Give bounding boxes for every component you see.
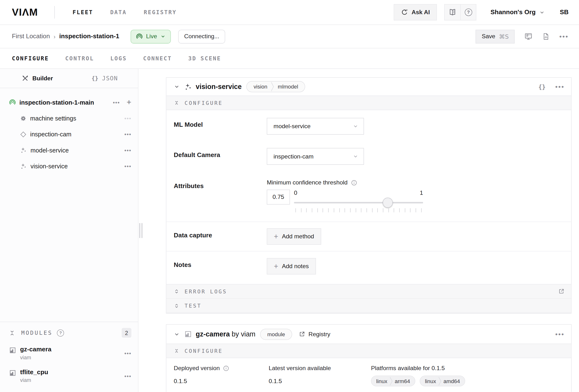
json-label: JSON [102, 75, 118, 82]
tree-item-label: machine settings [30, 115, 76, 122]
ml-model-row: ML Model model-service [166, 110, 571, 143]
card-options-menu[interactable]: ••• [555, 331, 565, 337]
live-status-dropdown[interactable]: Live [131, 30, 171, 43]
data-capture-label: Data capture [174, 228, 267, 245]
error-logs-section-bar[interactable]: ERROR LOGS [166, 284, 571, 298]
ml-model-value: model-service [274, 123, 311, 130]
ask-ai-label: Ask AI [412, 9, 430, 16]
test-section-bar[interactable]: TEST [166, 299, 571, 313]
tree-item-inspection-cam[interactable]: inspection-cam ••• [0, 128, 138, 141]
card-options-menu[interactable]: ••• [555, 83, 565, 90]
builder-mode-button[interactable]: Builder [22, 75, 53, 82]
sidebar-resize-handle[interactable] [139, 223, 143, 238]
machine-page-icon[interactable] [524, 32, 533, 41]
module-options-menu[interactable]: ••• [124, 350, 131, 357]
item-options-menu[interactable]: ••• [124, 163, 131, 169]
collapse-chevron-icon[interactable] [174, 331, 180, 337]
module-options-menu[interactable]: ••• [124, 373, 131, 379]
tree-item-model-service[interactable]: model-service ••• [0, 143, 138, 157]
viam-logo[interactable]: VIΛM [12, 6, 38, 18]
error-logs-label: ERROR LOGS [185, 288, 227, 294]
tab-3d-scene[interactable]: 3D SCENE [188, 55, 221, 62]
confidence-value-input[interactable] [267, 190, 290, 205]
info-icon[interactable] [223, 365, 229, 371]
tab-connect[interactable]: CONNECT [143, 55, 172, 62]
add-notes-button[interactable]: + Add notes [267, 258, 316, 274]
external-link-icon[interactable] [558, 288, 564, 294]
help-icon[interactable]: ? [460, 4, 476, 20]
registry-link[interactable]: Registry [299, 331, 330, 337]
module-icon [184, 330, 192, 338]
help-question-glyph: ? [465, 9, 472, 16]
service-sparkle-icon [20, 147, 27, 154]
slider-max-label: 1 [420, 190, 423, 196]
modules-section: MODULES ? 2 gz-camera viam [0, 322, 138, 392]
header-actions: Save ⌘S ••• [476, 30, 569, 43]
confidence-slider: 0 1 [294, 190, 423, 212]
tag-module: module [266, 331, 287, 337]
nav-data[interactable]: DATA [110, 9, 127, 16]
logo-divider [54, 6, 55, 19]
json-mode-button[interactable]: {} JSON [92, 75, 118, 82]
root-options-menu[interactable]: ••• [113, 99, 120, 105]
chevron-down-icon [539, 9, 545, 15]
add-component-button[interactable]: + [127, 98, 131, 106]
user-avatar[interactable]: SB [560, 9, 569, 16]
more-actions-menu[interactable]: ••• [559, 33, 569, 40]
tree-item-machine-settings[interactable]: machine settings ••• [0, 112, 138, 125]
org-name: Shannon's Org [491, 9, 535, 16]
confidence-threshold-block: Minimum confidence threshold 0 1 [267, 179, 423, 212]
notes-label: Notes [174, 258, 267, 274]
ask-ai-button[interactable]: Ask AI [394, 4, 437, 20]
expand-icon [174, 289, 179, 294]
tree-root-row[interactable]: inspection-station-1-main ••• + [0, 95, 138, 109]
save-label: Save [482, 33, 495, 40]
module-tag-pill: module [260, 328, 292, 339]
configure-section-bar[interactable]: CONFIGURE [166, 95, 571, 110]
module-icon [9, 369, 16, 377]
json-view-icon[interactable]: {} [538, 83, 546, 90]
item-options-menu[interactable]: ••• [124, 147, 131, 153]
item-options-menu[interactable]: ••• [124, 131, 131, 137]
tab-logs[interactable]: LOGS [110, 55, 127, 62]
configure-section-bar[interactable]: CONFIGURE [166, 344, 571, 358]
tree-root-label: inspection-station-1-main [19, 99, 94, 106]
platforms-block: Platforms available for 0.1.5 linux arm6… [371, 365, 465, 387]
module-item-gz-camera[interactable]: gz-camera viam ••• [9, 346, 131, 360]
tree-item-label: inspection-cam [30, 131, 72, 138]
tab-configure[interactable]: CONFIGURE [12, 55, 49, 62]
slider-track[interactable] [294, 202, 423, 203]
module-item-tflite-cpu[interactable]: tflite_cpu viam ••• [9, 368, 131, 383]
collapse-icon[interactable] [9, 330, 15, 336]
slider-min-label: 0 [294, 190, 297, 196]
nav-fleet[interactable]: FLEET [73, 9, 93, 16]
nav-registry[interactable]: REGISTRY [144, 9, 176, 16]
ml-model-select[interactable]: model-service [267, 118, 364, 135]
add-method-button[interactable]: + Add method [267, 228, 321, 245]
default-camera-select[interactable]: inspection-cam [267, 148, 364, 165]
service-sparkle-icon [184, 83, 192, 90]
default-camera-value: inspection-cam [274, 153, 314, 160]
platform-arch: amd64 [443, 378, 460, 384]
breadcrumb-machine-name: inspection-station-1 [59, 33, 119, 40]
tab-control[interactable]: CONTROL [65, 55, 94, 62]
configure-section-label: CONFIGURE [185, 348, 223, 354]
info-icon[interactable] [351, 179, 357, 186]
modules-help-icon[interactable]: ? [57, 329, 64, 336]
platform-os: linux [376, 378, 387, 384]
breadcrumb-separator-icon: › [54, 33, 56, 39]
tree-item-vision-service[interactable]: vision-service ••• [0, 159, 138, 173]
machine-broadcast-icon [9, 99, 16, 106]
plus-icon: + [274, 262, 278, 270]
chevron-down-icon [353, 154, 358, 159]
report-file-icon[interactable] [542, 33, 550, 40]
collapse-chevron-icon[interactable] [174, 84, 180, 90]
connection-status-button[interactable]: Connecting... [178, 30, 225, 43]
save-button[interactable]: Save ⌘S [476, 30, 515, 43]
docs-book-icon[interactable] [445, 4, 460, 20]
chevron-down-icon [353, 123, 358, 129]
confidence-slider-handle[interactable] [383, 198, 393, 208]
item-options-menu[interactable]: ••• [124, 115, 131, 122]
breadcrumb-location[interactable]: First Location [12, 33, 50, 40]
org-switcher[interactable]: Shannon's Org [491, 9, 545, 16]
